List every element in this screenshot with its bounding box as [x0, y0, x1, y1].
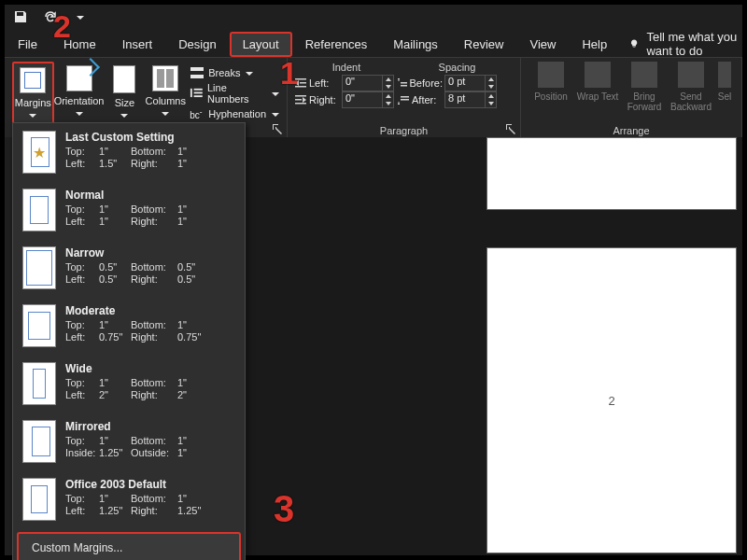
preset-bottom-value: 1"	[177, 435, 205, 446]
position-icon	[538, 62, 564, 88]
margin-preset-name: Normal	[65, 189, 235, 202]
preset-bottom-value: 1"	[177, 319, 205, 330]
line-numbers-button[interactable]: Line Numbers	[190, 84, 279, 103]
page-setup-dialog-launcher[interactable]	[272, 123, 283, 134]
indent-left-input[interactable]: 0"	[342, 75, 394, 91]
margin-preset-wide[interactable]: WideTop:1"Bottom:1"Left:2"Right:2"	[13, 355, 245, 413]
tab-help[interactable]: Help	[569, 32, 620, 57]
columns-label: Columns	[146, 95, 186, 106]
preset-top-label: Top:	[65, 493, 99, 504]
preset-left-label: Left:	[65, 158, 99, 169]
wrap-text-icon	[585, 62, 611, 88]
preset-right-value: 1.25"	[177, 505, 205, 516]
preset-right-label: Outside:	[131, 447, 177, 458]
preset-left-value: 1.5"	[99, 158, 131, 169]
hyphenation-button[interactable]: bc- Hyphenation	[190, 105, 279, 123]
orientation-button[interactable]: Orientation	[54, 62, 105, 116]
bring-forward-icon	[631, 62, 657, 88]
stepper-up-icon[interactable]	[382, 76, 393, 83]
group-paragraph: Indent Spacing Left: 0" Before: 0 pt Ri	[288, 58, 521, 137]
columns-button[interactable]: Columns	[145, 62, 186, 116]
spacing-after-icon	[398, 95, 409, 105]
selection-pane-icon	[718, 62, 731, 88]
margin-preset-normal[interactable]: NormalTop:1"Bottom:1"Left:1"Right:1"	[13, 181, 245, 239]
preset-bottom-label: Bottom:	[131, 203, 177, 215]
svg-rect-1	[190, 75, 204, 78]
stepper-down-icon[interactable]	[485, 100, 496, 107]
preset-top-value: 1"	[99, 435, 131, 446]
preset-left-value: 0.75"	[99, 331, 131, 343]
margins-icon	[20, 67, 46, 93]
margin-preset-custom[interactable]: ★Last Custom SettingTop:1"Bottom:1"Left:…	[13, 123, 245, 181]
line-numbers-icon	[190, 87, 204, 100]
margin-preset-office[interactable]: Office 2003 DefaultTop:1"Bottom:1"Left:1…	[13, 470, 245, 528]
paragraph-dialog-launcher[interactable]	[505, 123, 516, 134]
indent-right-input[interactable]: 0"	[342, 91, 394, 108]
stepper-up-icon[interactable]	[382, 92, 393, 100]
preset-right-value: 2"	[177, 389, 205, 400]
stepper-down-icon[interactable]	[382, 100, 393, 107]
svg-rect-11	[295, 95, 306, 97]
svg-rect-0	[190, 67, 204, 71]
preset-left-value: 0.5"	[99, 273, 131, 285]
group-arrange: Position Wrap Text Bring Forward Send Ba…	[521, 58, 742, 137]
size-button[interactable]: Size	[104, 62, 145, 118]
tab-layout[interactable]: Layout	[230, 32, 292, 57]
margin-preset-narrow[interactable]: NarrowTop:0.5"Bottom:0.5"Left:0.5"Right:…	[13, 239, 245, 297]
chevron-down-icon	[246, 72, 253, 76]
stepper-down-icon[interactable]	[485, 83, 496, 91]
preset-right-value: 1"	[177, 216, 205, 227]
qat-dropdown-icon[interactable]	[72, 8, 89, 25]
preset-right-value: 0.75"	[177, 331, 205, 343]
document-area[interactable]: 2	[247, 137, 742, 555]
orientation-icon	[66, 65, 92, 91]
indent-left-label: Left:	[295, 77, 340, 89]
preset-right-label: Right:	[131, 158, 177, 169]
margin-preset-mirror[interactable]: MirroredTop:1"Bottom:1"Inside:1.25"Outsi…	[13, 413, 245, 470]
svg-rect-15	[401, 99, 409, 101]
svg-rect-5	[194, 95, 203, 97]
margin-preset-name: Narrow	[65, 246, 235, 259]
preset-left-label: Left:	[65, 216, 99, 227]
svg-rect-8	[295, 86, 306, 88]
stepper-up-icon[interactable]	[485, 92, 496, 100]
preset-top-value: 1"	[99, 319, 131, 330]
tab-references[interactable]: References	[292, 32, 380, 57]
tab-insert[interactable]: Insert	[109, 32, 166, 57]
margins-button[interactable]: Margins	[12, 62, 54, 127]
preset-right-label: Right:	[131, 505, 177, 516]
stepper-up-icon[interactable]	[485, 76, 496, 83]
margin-preset-thumb	[22, 246, 56, 289]
indent-right-label: Right:	[295, 94, 340, 105]
columns-icon	[152, 65, 178, 91]
custom-margins-button[interactable]: Custom Margins...	[17, 532, 241, 560]
preset-bottom-value: 1"	[177, 377, 205, 388]
preset-right-value: 0.5"	[177, 273, 205, 285]
margin-preset-text: WideTop:1"Bottom:1"Left:2"Right:2"	[65, 362, 235, 405]
svg-rect-14	[401, 96, 409, 98]
preset-bottom-value: 1"	[177, 493, 205, 504]
tab-design[interactable]: Design	[165, 32, 229, 57]
breaks-button[interactable]: Breaks	[190, 63, 279, 82]
hyphenation-label: Hyphenation	[208, 108, 266, 119]
margin-preset-thumb	[22, 362, 56, 405]
tab-review[interactable]: Review	[451, 32, 517, 57]
svg-rect-9	[401, 82, 407, 84]
preset-bottom-label: Bottom:	[131, 493, 177, 504]
margin-preset-name: Wide	[65, 362, 235, 375]
tab-view[interactable]: View	[516, 32, 569, 57]
redo-icon[interactable]	[42, 8, 59, 25]
margin-preset-text: Office 2003 DefaultTop:1"Bottom:1"Left:1…	[65, 478, 235, 521]
margin-preset-moderate[interactable]: ModerateTop:1"Bottom:1"Left:0.75"Right:0…	[13, 297, 245, 355]
send-backward-icon	[678, 62, 704, 88]
tell-me-search[interactable]: Tell me what you want to do	[629, 30, 742, 58]
spacing-before-input[interactable]: 0 pt	[444, 75, 497, 91]
tab-file[interactable]: File	[5, 32, 50, 57]
stepper-down-icon[interactable]	[382, 83, 393, 91]
tab-mailings[interactable]: Mailings	[380, 32, 451, 57]
spacing-after-input[interactable]: 8 pt	[444, 91, 497, 108]
svg-rect-10	[401, 85, 407, 87]
preset-top-value: 1"	[99, 377, 131, 388]
tab-home[interactable]: Home	[50, 32, 109, 57]
save-icon[interactable]	[12, 8, 29, 25]
